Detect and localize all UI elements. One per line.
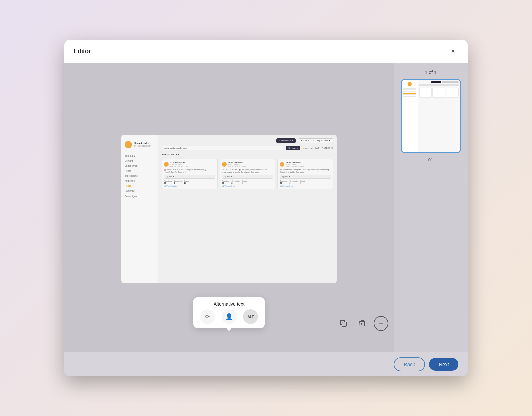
right-bottom-actions: + — [336, 316, 388, 331]
fake-card-1-header: in Socialinsider 9,382 followers May 28,… — [164, 161, 215, 167]
fake-nav-campaigns: Campaigns — [121, 194, 158, 199]
fake-card-1-date: May 28, 2024 at 1:53PM — [170, 165, 188, 167]
fake-nav-engagement: Engagement — [121, 163, 158, 168]
duplicate-button[interactable] — [336, 316, 351, 331]
alt-badge-button[interactable]: ALT — [243, 309, 258, 324]
fake-avatar-3 — [280, 162, 284, 167]
fake-content-area: ⬇ Download ▼ 🗓 April 5, 2024 – July 4, 2… — [158, 135, 337, 283]
fake-nav-content: Content — [121, 158, 158, 163]
fake-date-filter: 🗓 April 5, 2024 – July 4, 2024 ▼ — [298, 138, 333, 143]
mini-nav-line-1 — [403, 88, 416, 89]
fake-card-2-date: May 30, 2024 at 2:00PM — [228, 165, 246, 167]
next-button[interactable]: Next — [429, 358, 458, 371]
mini-card-2 — [432, 88, 445, 98]
fake-stats-2: Reactions35 Comments2 Shares4 — [222, 180, 273, 184]
fake-topbar: ⬇ Download ▼ 🗓 April 5, 2024 – July 4, 2… — [162, 138, 333, 143]
mini-bar-2 — [442, 81, 459, 83]
fake-nav-compare: Compare — [121, 188, 158, 194]
fake-logo: Socialinsiderin /Socialinsider — [121, 139, 158, 150]
mini-nav-line-5 — [403, 96, 416, 97]
mini-nav-line-3 — [403, 91, 416, 92]
fake-reactions-1: Reactions99 — [164, 180, 172, 184]
mini-content — [418, 80, 460, 152]
fake-auto-tag: ⚡ Auto Tag — [302, 147, 313, 149]
fake-card-3-date: Jun 10, 2024 at 2:30PM — [286, 165, 304, 167]
page-counter: 1 of 1 — [425, 70, 436, 75]
modal-footer: Back Next — [64, 352, 468, 376]
thumbnail-wrapper[interactable] — [401, 79, 461, 153]
fake-download-btn: ⬇ Download ▼ — [276, 138, 296, 143]
mini-logo — [408, 82, 412, 86]
edit-icon-button[interactable]: ✏ — [200, 309, 215, 324]
fake-analytics-2: 📊 View Analytics — [222, 185, 273, 187]
mini-sidebar — [402, 80, 418, 152]
fake-cards-row: in Socialinsider 9,382 followers May 28,… — [162, 159, 333, 189]
user-icon-button[interactable]: 👤 — [222, 309, 236, 324]
popup-label: Alternative text — [214, 301, 245, 307]
fake-reactions-2: Reactions35 — [222, 180, 229, 184]
fake-card-3: in Socialinsider 9,382 followers Jun 10,… — [277, 159, 333, 189]
fake-stats-3: Reactions30 Comments6 Shares0 — [280, 180, 331, 184]
thumbnail-label: 01 — [428, 157, 433, 162]
plus-icon: + — [379, 319, 383, 328]
fake-card-3-header: in Socialinsider 9,382 followers Jun 10,… — [280, 161, 331, 167]
fake-logo-circle — [125, 141, 132, 148]
fake-nav-audience: Audience — [121, 178, 158, 183]
fake-avatar-1 — [164, 162, 169, 167]
fake-comments-3: Comments6 — [289, 180, 297, 184]
fake-filters-label: FILTERS (0) — [322, 147, 333, 149]
fake-screenshot-content: Socialinsiderin /Socialinsider Summary C… — [121, 135, 337, 283]
fake-logo-text: Socialinsiderin /Socialinsider — [134, 142, 151, 148]
popup-arrow — [226, 328, 232, 331]
mini-card-3 — [446, 88, 459, 98]
thumbnail-inner — [402, 80, 460, 152]
fake-card-1: in Socialinsider 9,382 followers May 28,… — [162, 159, 218, 189]
fake-tag-2: Tag post ▼ — [222, 175, 273, 179]
fake-analytics-1: 📊 View Analytics — [164, 185, 215, 187]
fake-search-btn: 🔍 Search — [286, 146, 300, 150]
editor-modal: Editor × Socialinsiderin /Socialinsider … — [64, 40, 468, 376]
fake-shares-3: Shares0 — [299, 180, 305, 184]
fake-stats-1: Reactions99 Comments3 Shares18 — [164, 180, 215, 184]
screenshot-preview: Socialinsiderin /Socialinsider Summary C… — [121, 135, 337, 283]
fake-card-2-header: in Socialinsider 9,382 followers May 30,… — [222, 161, 273, 167]
mini-nav-line-4 — [403, 94, 416, 95]
close-button[interactable]: × — [448, 46, 458, 57]
fake-comments-2: Comments2 — [231, 180, 239, 184]
mini-bar-1 — [431, 81, 441, 83]
fake-sort-filters: SorT FILTERS (0) — [315, 147, 333, 149]
fake-nav-reach: Reach — [121, 168, 158, 173]
fake-reactions-3: Reactions30 — [280, 180, 287, 184]
popup-icons-row: ✏ 👤 ALT — [200, 309, 258, 324]
fake-search-input: social media benchmarks — [162, 146, 283, 150]
fake-sidebar: Socialinsiderin /Socialinsider Summary C… — [121, 135, 158, 283]
svg-rect-0 — [342, 322, 346, 326]
mini-nav-line-2 — [403, 89, 416, 90]
add-button[interactable]: + — [374, 316, 388, 331]
mini-topbar — [419, 81, 459, 83]
fake-nav-posts: Posts — [121, 183, 158, 188]
fake-nav-summary: Summary — [121, 153, 158, 158]
modal-header: Editor × — [64, 40, 468, 63]
fake-shares-1: Shares18 — [184, 180, 189, 184]
fake-avatar-2 — [222, 162, 227, 167]
fake-shares-2: Shares4 — [241, 180, 247, 184]
right-panel: 1 of 1 — [394, 63, 468, 355]
mini-search — [419, 84, 459, 86]
fake-card-2-text: Q5 PREDICTIONS: 🔮 Too soon, maybe? Sure … — [222, 169, 273, 173]
mini-cards — [419, 88, 459, 98]
fake-nav-impressions: Impressions — [121, 173, 158, 178]
fake-card-1-text: 🚨 NEW REPORT: 2024 Instagram Benchmarks … — [164, 169, 215, 173]
mini-card-1 — [419, 88, 432, 98]
fake-card-3-text: A Social Media Manager's Notes App is th… — [280, 169, 331, 173]
fake-card-2: in Socialinsider 9,382 followers May 30,… — [220, 159, 275, 189]
back-button[interactable]: Back — [394, 357, 425, 371]
fake-tag-3: Tag post ▼ — [280, 175, 331, 179]
mini-nav-active — [403, 93, 416, 94]
fake-tag-1: Tag post ▼ — [164, 175, 215, 179]
main-content-area: Socialinsiderin /Socialinsider Summary C… — [64, 63, 394, 355]
fake-comments-1: Comments3 — [174, 180, 182, 184]
alt-text-popup: Alternative text ✏ 👤 ALT — [193, 297, 265, 328]
fake-sort-label: SorT — [315, 147, 319, 149]
delete-button[interactable] — [355, 316, 370, 331]
